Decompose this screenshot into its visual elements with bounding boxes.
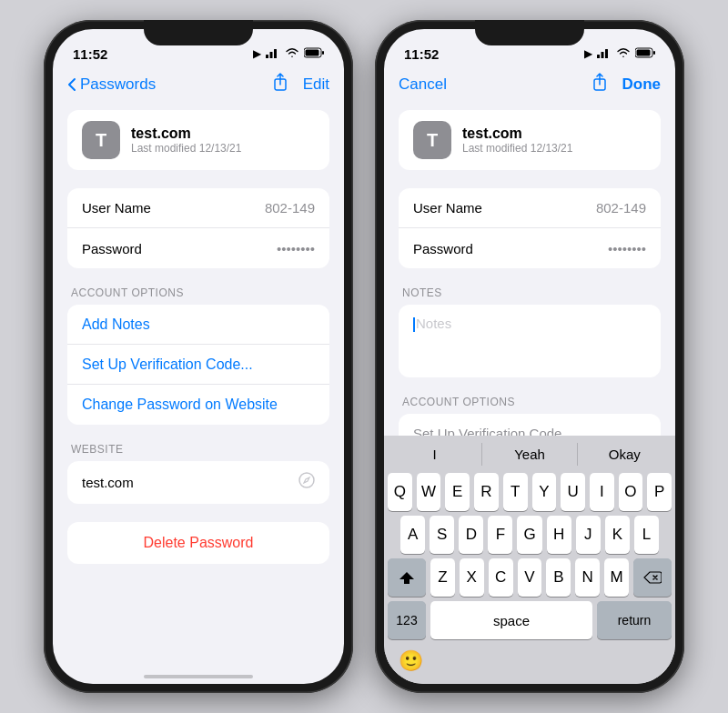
account-options-header-2: ACCOUNT OPTIONS <box>399 396 661 414</box>
key-r[interactable]: R <box>474 473 499 511</box>
svg-rect-4 <box>306 49 319 55</box>
change-password-option[interactable]: Change Password on Website <box>67 385 329 425</box>
done-button-2[interactable]: Done <box>622 75 662 94</box>
username-value-2: 802-149 <box>596 200 646 216</box>
wifi-icon-2 <box>616 47 631 61</box>
key-a[interactable]: A <box>400 516 425 554</box>
password-row-1[interactable]: Password •••••••• <box>67 228 329 268</box>
text-cursor-2 <box>413 317 415 332</box>
cancel-button-2[interactable]: Cancel <box>399 75 447 94</box>
time-1: 11:52 <box>73 46 107 62</box>
key-q[interactable]: Q <box>388 473 412 511</box>
time-2: 11:52 <box>404 46 439 62</box>
site-info-1: test.com Last modified 12/13/21 <box>131 126 241 155</box>
delete-key[interactable] <box>633 558 672 597</box>
location-icon-2: ▶ <box>584 47 592 60</box>
site-card-2: T test.com Last modified 12/13/21 <box>399 110 661 170</box>
site-info-2: test.com Last modified 12/13/21 <box>462 126 572 155</box>
site-name-1: test.com <box>131 126 241 142</box>
svg-rect-13 <box>653 51 655 55</box>
numbers-label: 123 <box>396 613 417 628</box>
username-row-2[interactable]: User Name 802-149 <box>399 188 661 228</box>
phone-1: 11:52 ▶ Passwords <box>44 20 353 693</box>
key-i[interactable]: I <box>590 473 614 511</box>
delete-button-1[interactable]: Delete Password <box>67 522 329 564</box>
key-w[interactable]: W <box>417 473 441 511</box>
status-icons-2: ▶ <box>584 47 655 61</box>
screen-1: 11:52 ▶ Passwords <box>53 29 344 684</box>
credentials-group-2: User Name 802-149 Password •••••••• <box>399 188 661 268</box>
key-p[interactable]: P <box>647 473 672 511</box>
space-key[interactable]: space <box>430 601 592 639</box>
site-name-2: test.com <box>462 126 572 142</box>
verification-option-2[interactable]: Set Up Verification Code... <box>399 414 661 436</box>
password-row-2[interactable]: Password •••••••• <box>399 228 661 268</box>
notes-group-2[interactable]: Notes <box>399 305 661 377</box>
svg-rect-1 <box>270 52 273 58</box>
notes-placeholder-2: Notes <box>416 316 451 331</box>
add-notes-option[interactable]: Add Notes <box>67 305 329 345</box>
nav-bar-2: Cancel Done <box>384 69 675 103</box>
notch-1 <box>144 20 253 45</box>
credentials-group-1: User Name 802-149 Password •••••••• <box>67 188 329 268</box>
site-modified-1: Last modified 12/13/21 <box>131 142 241 155</box>
password-dots-2: •••••••• <box>608 241 646 256</box>
key-j[interactable]: J <box>576 516 601 554</box>
key-v[interactable]: V <box>518 558 542 597</box>
key-f[interactable]: F <box>488 516 512 554</box>
keyboard-row-3: Z X C V B N M <box>388 558 672 597</box>
back-button-1[interactable]: Passwords <box>67 75 156 94</box>
suggestion-okay[interactable]: Okay <box>578 443 672 466</box>
svg-rect-8 <box>597 55 600 58</box>
key-k[interactable]: K <box>605 516 630 554</box>
key-e[interactable]: E <box>445 473 470 511</box>
battery-icon-2 <box>635 47 655 61</box>
nav-actions-2: Done <box>592 73 662 95</box>
key-l[interactable]: L <box>634 516 659 554</box>
key-b[interactable]: B <box>546 558 571 597</box>
share-icon-1[interactable] <box>272 73 288 95</box>
key-y[interactable]: Y <box>532 473 557 511</box>
suggestion-yeah[interactable]: Yeah <box>482 443 577 466</box>
verification-label-2: Set Up Verification Code... <box>413 426 573 436</box>
verification-option[interactable]: Set Up Verification Code... <box>67 345 329 385</box>
website-group-1: test.com <box>67 461 329 504</box>
share-icon-2[interactable] <box>592 73 608 95</box>
key-s[interactable]: S <box>430 516 454 554</box>
key-m[interactable]: M <box>604 558 629 597</box>
key-h[interactable]: H <box>547 516 571 554</box>
password-label-1: Password <box>82 241 142 256</box>
compass-icon-1 <box>298 472 315 493</box>
keyboard-suggestions-2: I Yeah Okay <box>388 443 672 466</box>
key-n[interactable]: N <box>575 558 600 597</box>
keyboard-2: I Yeah Okay Q W E R T Y U I O P A S <box>384 436 675 684</box>
emoji-icon-2[interactable]: 🙂 <box>399 649 423 673</box>
website-header-1: WEBSITE <box>67 443 329 461</box>
svg-rect-2 <box>274 49 277 58</box>
key-d[interactable]: D <box>459 516 483 554</box>
notes-field-2[interactable]: Notes <box>399 305 661 377</box>
space-label: space <box>493 613 530 628</box>
key-u[interactable]: U <box>561 473 585 511</box>
key-o[interactable]: O <box>619 473 643 511</box>
shift-key[interactable] <box>388 558 426 597</box>
key-x[interactable]: X <box>460 558 484 597</box>
add-notes-label: Add Notes <box>82 316 150 333</box>
svg-rect-12 <box>637 49 651 55</box>
status-icons-1: ▶ <box>253 47 324 61</box>
key-t[interactable]: T <box>503 473 528 511</box>
key-z[interactable]: Z <box>430 558 455 597</box>
svg-rect-10 <box>605 49 608 58</box>
content-1: T test.com Last modified 12/13/21 User N… <box>53 103 344 671</box>
keyboard-row-1: Q W E R T Y U I O P <box>388 473 672 511</box>
numbers-key[interactable]: 123 <box>388 601 426 639</box>
wifi-icon-1 <box>285 47 299 61</box>
key-c[interactable]: C <box>489 558 513 597</box>
website-row-1[interactable]: test.com <box>67 461 329 504</box>
signal-icon-2 <box>597 47 612 61</box>
suggestion-i[interactable]: I <box>388 443 482 466</box>
return-key[interactable]: return <box>597 601 672 639</box>
username-row-1[interactable]: User Name 802-149 <box>67 188 329 228</box>
key-g[interactable]: G <box>517 516 541 554</box>
edit-button-1[interactable]: Edit <box>303 75 329 94</box>
